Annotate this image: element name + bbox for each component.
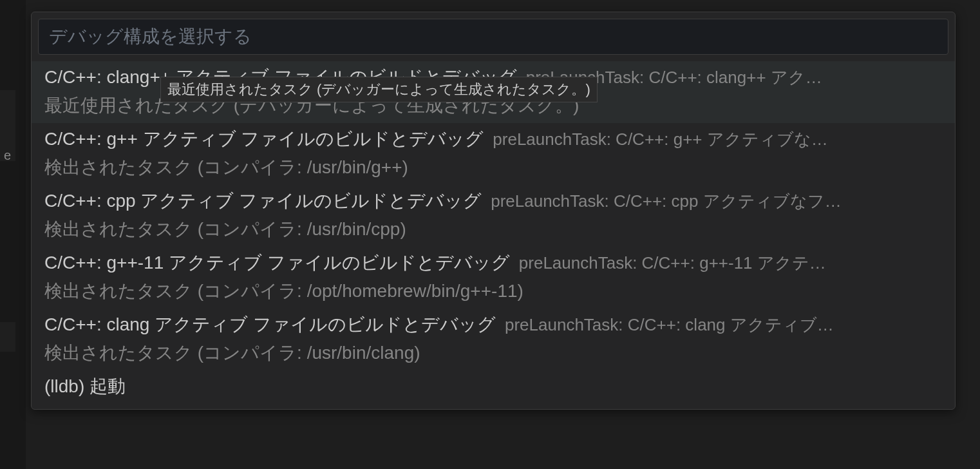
list-item-detail: 検出されたタスク (コンパイラ: /usr/bin/g++) <box>44 154 942 181</box>
list-item-label: C/C++: clang アクティブ ファイルのビルドとデバッグ <box>44 311 496 338</box>
tooltip: 最近使用されたタスク (デバッガーによって生成されたタスク。) <box>160 77 598 102</box>
list-item-label: (lldb) 起動 <box>44 373 126 400</box>
config-list-item[interactable]: C/C++: clang アクティブ ファイルのビルドとデバッグpreLaunc… <box>32 309 955 370</box>
left-truncated-text: e <box>4 148 11 163</box>
config-list-item[interactable]: C/C++: g++ アクティブ ファイルのビルドとデバッグpreLaunchT… <box>32 123 955 185</box>
list-item-main-line: (lldb) 起動 <box>44 373 942 400</box>
list-item-main-line: C/C++: g++ アクティブ ファイルのビルドとデバッグpreLaunchT… <box>44 126 942 153</box>
config-list-item[interactable]: C/C++: cpp アクティブ ファイルのビルドとデバッグpreLaunchT… <box>32 185 955 247</box>
list-item-main-line: C/C++: cpp アクティブ ファイルのビルドとデバッグpreLaunchT… <box>44 187 942 215</box>
list-item-detail: 検出されたタスク (コンパイラ: /usr/bin/cpp) <box>44 216 942 243</box>
search-input-wrapper <box>32 12 955 61</box>
list-item-description: preLaunchTask: C/C++: cpp アクティブなフ… <box>491 189 842 214</box>
window-left-edge <box>0 0 26 469</box>
list-item-detail: 検出されたタスク (コンパイラ: /usr/bin/clang) <box>44 340 942 367</box>
list-item-description: preLaunchTask: C/C++: g++-11 アクテ… <box>519 251 826 276</box>
list-item-label: C/C++: cpp アクティブ ファイルのビルドとデバッグ <box>44 187 482 215</box>
debug-config-search-input[interactable] <box>38 19 948 55</box>
config-list-item[interactable]: C/C++: g++-11 アクティブ ファイルのビルドとデバッグpreLaun… <box>32 247 955 309</box>
quickpick-panel: 最近使用されたタスク (デバッガーによって生成されたタスク。) C/C++: c… <box>31 12 956 410</box>
list-item-label: C/C++: g++ アクティブ ファイルのビルドとデバッグ <box>44 126 484 153</box>
list-item-label: C/C++: g++-11 アクティブ ファイルのビルドとデバッグ <box>44 249 510 276</box>
config-list: C/C++: clang++ アクティブ ファイルのビルドとデバッグpreLau… <box>32 61 955 409</box>
list-item-detail: 検出されたタスク (コンパイラ: /opt/homebrew/bin/g++-1… <box>44 278 942 305</box>
list-item-description: preLaunchTask: C/C++: clang アクティブ… <box>505 312 834 338</box>
list-item-main-line: C/C++: clang アクティブ ファイルのビルドとデバッグpreLaunc… <box>44 311 942 338</box>
list-item-main-line: C/C++: g++-11 アクティブ ファイルのビルドとデバッグpreLaun… <box>44 249 942 276</box>
list-item-description: preLaunchTask: C/C++: g++ アクティブな… <box>493 127 827 152</box>
left-background-marker-2 <box>0 322 15 352</box>
config-list-item[interactable]: (lldb) 起動 <box>32 370 955 404</box>
